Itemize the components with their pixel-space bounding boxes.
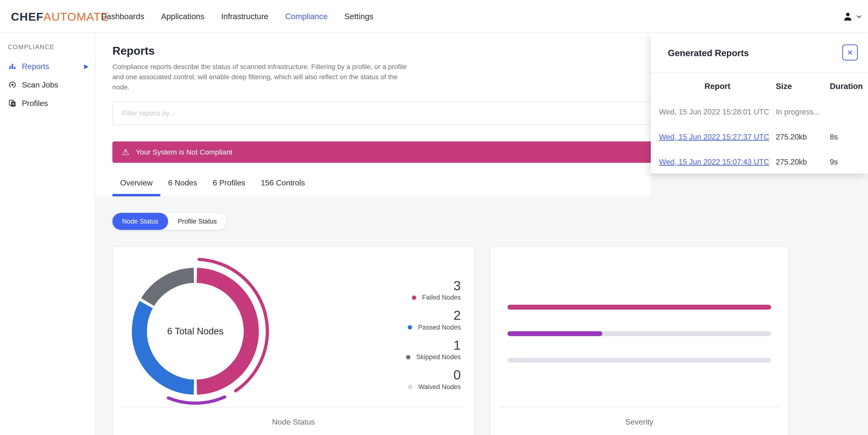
filter-reports-input[interactable] xyxy=(113,102,667,125)
waived-dot-icon xyxy=(408,385,412,389)
severity-bar xyxy=(507,305,771,310)
top-nav: CHEFAUTOMATE Dashboards Applications Inf… xyxy=(0,0,868,33)
report-timestamp: Wed, 15 Jun 2022 15:28:01 UTC xyxy=(659,108,776,116)
chevron-down-icon xyxy=(855,13,863,20)
passed-dot-icon xyxy=(408,325,412,330)
page-description: Compliance reports describe the status o… xyxy=(113,62,414,92)
report-download-link[interactable]: Wed, 15 Jun 2022 15:07:43 UTC xyxy=(659,158,769,166)
status-toggle-group: Node Status Profile Status xyxy=(113,213,226,230)
column-header-report: Report xyxy=(659,82,776,91)
table-row: Wed, 15 Jun 2022 15:07:43 UTC 275.20kb 9… xyxy=(659,149,861,174)
bar-chart-icon xyxy=(8,62,17,70)
waived-count: 0 xyxy=(406,368,461,382)
nav-item-compliance[interactable]: Compliance xyxy=(285,12,328,21)
column-header-duration: Duration xyxy=(830,82,863,91)
user-menu-button[interactable] xyxy=(842,0,863,33)
report-size: 275.20kb xyxy=(776,133,830,141)
column-header-size: Size xyxy=(776,82,830,91)
generated-reports-panel: Generated Reports ✕ Report Size Duration… xyxy=(651,33,868,173)
sidebar-section-label: COMPLIANCE xyxy=(8,43,95,51)
sidebar-item-label: Reports xyxy=(22,62,49,71)
logo-automate: AUTOMATE xyxy=(43,10,109,23)
tab-controls[interactable]: 156 Controls xyxy=(253,172,313,196)
donut-center-label: 6 Total Nodes xyxy=(116,252,274,410)
close-panel-button[interactable]: ✕ xyxy=(842,44,858,61)
legend-entry-failed: 3 Failed Nodes xyxy=(406,278,461,301)
report-duration: 9s xyxy=(830,158,861,166)
legend-entry-waived: 0 Waived Nodes xyxy=(406,368,461,391)
table-header-row: Report Size Duration xyxy=(659,73,861,99)
logo-chef: CHEF xyxy=(11,10,43,23)
skipped-count: 1 xyxy=(406,338,461,353)
legend-label: Waived Nodes xyxy=(418,383,461,391)
panel-header: Generated Reports ✕ xyxy=(651,33,868,73)
nav-item-settings[interactable]: Settings xyxy=(344,12,373,21)
close-icon: ✕ xyxy=(847,48,853,57)
node-status-donut: 6 Total Nodes xyxy=(116,252,274,410)
severity-bar xyxy=(507,331,771,336)
node-status-caption: Node Status xyxy=(113,417,474,427)
sidebar-item-profiles[interactable]: Profiles xyxy=(0,94,95,112)
report-download-link[interactable]: Wed, 15 Jun 2022 15:27:37 UTC xyxy=(659,133,769,141)
node-status-toggle[interactable]: Node Status xyxy=(113,213,168,230)
legend-entry-skipped: 1 Skipped Nodes xyxy=(406,338,461,361)
card-divider xyxy=(499,407,779,407)
compliance-alert-banner: ⚠ Your System is Not Compliant xyxy=(113,141,667,163)
card-divider xyxy=(122,407,465,407)
severity-card: Severity xyxy=(490,246,789,435)
table-row: Wed, 15 Jun 2022 15:28:01 UTC In progres… xyxy=(659,99,861,125)
report-size: 275.20kb xyxy=(776,158,830,166)
profiles-icon xyxy=(8,99,17,107)
legend-entry-passed: 2 Passed Nodes xyxy=(406,308,461,331)
sidebar-item-scan-jobs[interactable]: Scan Jobs xyxy=(0,75,95,94)
report-duration: 8s xyxy=(830,133,861,141)
sidebar-item-label: Profiles xyxy=(22,99,48,108)
chef-automate-logo[interactable]: CHEFAUTOMATE xyxy=(11,0,109,33)
failed-dot-icon xyxy=(412,296,416,300)
profile-status-toggle[interactable]: Profile Status xyxy=(168,213,227,230)
severity-bar xyxy=(507,358,771,363)
nav-item-applications[interactable]: Applications xyxy=(161,12,204,21)
alert-message: Your System is Not Compliant xyxy=(136,148,232,156)
tab-profiles[interactable]: 6 Profiles xyxy=(205,172,253,196)
skipped-dot-icon xyxy=(406,355,410,360)
failed-count: 3 xyxy=(406,278,461,293)
tab-nodes[interactable]: 6 Nodes xyxy=(160,172,205,196)
nav-item-infrastructure[interactable]: Infrastructure xyxy=(221,12,268,21)
legend-label: Skipped Nodes xyxy=(416,353,461,361)
warning-icon: ⚠ xyxy=(122,148,129,157)
user-icon xyxy=(842,11,854,22)
tab-overview[interactable]: Overview xyxy=(113,172,160,196)
legend-label: Failed Nodes xyxy=(422,294,461,301)
legend-label: Passed Nodes xyxy=(418,324,461,331)
node-status-legend: 3 Failed Nodes 2 Passed Nodes 1 xyxy=(406,278,461,391)
scan-icon xyxy=(8,81,17,89)
submenu-arrow-icon: ▶ xyxy=(84,63,89,70)
severity-caption: Severity xyxy=(490,417,788,427)
nav-menu: Dashboards Applications Infrastructure C… xyxy=(101,0,373,33)
passed-count: 2 xyxy=(406,308,461,323)
sidebar-item-reports[interactable]: Reports ▶ xyxy=(0,57,95,75)
charts-row: 6 Total Nodes 3 Failed Nodes 2 Passed No… xyxy=(113,246,868,435)
sidebar-item-label: Scan Jobs xyxy=(22,80,58,90)
page-background-patch xyxy=(651,173,868,197)
panel-title: Generated Reports xyxy=(668,33,749,73)
sidebar: COMPLIANCE Reports ▶ Scan Jobs Profiles xyxy=(0,34,95,435)
generated-reports-table: Report Size Duration Wed, 15 Jun 2022 15… xyxy=(651,73,868,174)
nav-item-dashboards[interactable]: Dashboards xyxy=(101,12,144,21)
node-status-card: 6 Total Nodes 3 Failed Nodes 2 Passed No… xyxy=(113,246,474,435)
report-tabs: Overview 6 Nodes 6 Profiles 156 Controls xyxy=(113,172,313,196)
report-size: In progress... xyxy=(776,108,830,116)
table-row: Wed, 15 Jun 2022 15:27:37 UTC 275.20kb 8… xyxy=(659,125,861,149)
severity-bar-chart xyxy=(507,305,771,384)
overview-content: Node Status Profile Status 6 Total Nodes… xyxy=(96,197,868,435)
